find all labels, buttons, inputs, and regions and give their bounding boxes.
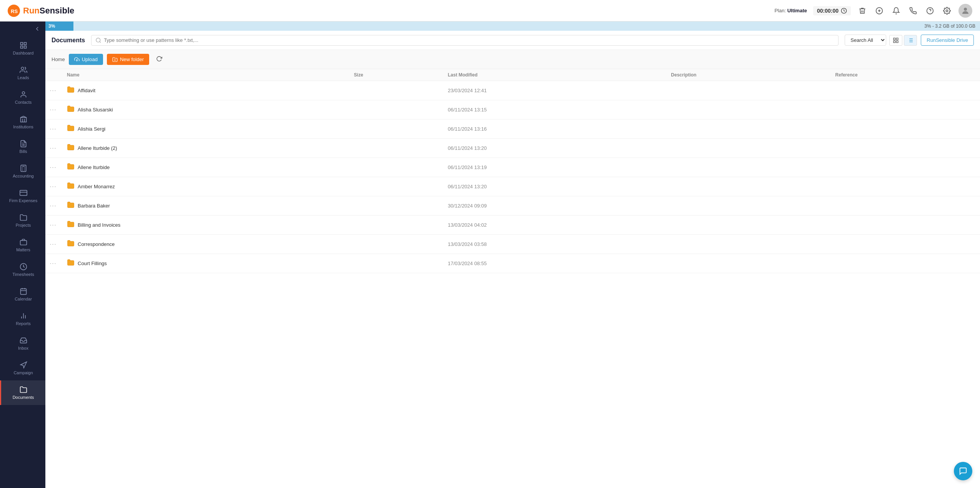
folder-name-cell[interactable]: Alisha Slusarski [61,100,348,120]
sidebar-item-inbox[interactable]: Inbox [0,331,45,356]
folder-name-cell[interactable]: Amber Monarrez [61,177,348,196]
trash-icon[interactable] [857,5,868,16]
topbar: RS RunSensible Plan: Ultimate 00:00:00 [0,0,980,22]
row-actions-menu[interactable]: ··· [45,100,61,120]
grid-view-button[interactable] [889,35,902,46]
sidebar-item-campaign[interactable]: Campaign [0,356,45,380]
refresh-button[interactable] [153,54,165,65]
table-row[interactable]: ··· Court Fillings 17/03/2024 08:55 [45,254,980,273]
sidebar-item-leads[interactable]: Leads [0,61,45,85]
sidebar-item-bills[interactable]: Bills [0,134,45,159]
row-actions-menu[interactable]: ··· [45,196,61,216]
folder-name-cell[interactable]: Affidavit [61,81,348,100]
svg-rect-10 [20,43,23,45]
sidebar-item-institutions[interactable]: Institutions [0,110,45,134]
table-row[interactable]: ··· Allene Iturbide (2) 06/11/2024 13:20 [45,139,980,158]
bar-chart-icon [20,312,27,320]
folder-name-label: Allene Iturbide (2) [78,145,117,151]
timer-display[interactable]: 00:00:00 [813,6,851,15]
folder-size [348,216,442,235]
phone-icon[interactable] [908,5,918,16]
col-modified: Last Modified [442,69,665,81]
runsensible-drive-button[interactable]: RunSensible Drive [921,35,974,46]
sidebar-item-label: Campaign [13,370,33,375]
sidebar-item-label: Bills [19,149,27,154]
folder-description [665,177,829,196]
col-description: Description [665,69,829,81]
folder-icon [67,259,75,268]
folder-name-cell[interactable]: Allene Iturbide [61,158,348,177]
folder-name-cell[interactable]: Billing and Invoices [61,216,348,235]
table-row[interactable]: ··· Amber Monarrez 06/11/2024 13:20 [45,177,980,196]
list-view-button[interactable] [904,35,917,46]
row-actions-menu[interactable]: ··· [45,216,61,235]
search-bar[interactable] [91,35,839,46]
folder-name-cell[interactable]: Barbara Baker [61,196,348,216]
folder-size [348,254,442,273]
row-actions-menu[interactable]: ··· [45,139,61,158]
help-icon[interactable] [925,5,935,16]
table-row[interactable]: ··· Alisha Slusarski 06/11/2024 13:15 [45,100,980,120]
table-row[interactable]: ··· Correspondence 13/03/2024 03:58 [45,235,980,254]
folder-name-label: Billing and Invoices [78,222,120,228]
sidebar-collapse-btn[interactable] [0,22,45,36]
table-row[interactable]: ··· Allene Iturbide 06/11/2024 13:19 [45,158,980,177]
calendar-icon [20,287,27,295]
folder-icon [67,86,75,95]
settings-icon[interactable] [942,5,952,16]
folder-description [665,158,829,177]
logo[interactable]: RS RunSensible [8,5,74,17]
sidebar-item-firm-expenses[interactable]: Firm Expenses [0,184,45,208]
folder-size [348,139,442,158]
search-filter-select[interactable]: Search All Name Description Reference [845,35,886,46]
sidebar-item-documents[interactable]: Documents [0,380,45,405]
folder-reference [829,139,980,158]
folder-description [665,81,829,100]
folder-reference [829,177,980,196]
table-row[interactable]: ··· Barbara Baker 30/12/2024 09:09 [45,196,980,216]
folder-size [348,100,442,120]
list-view-icon [907,37,913,43]
folder-icon [67,143,75,153]
folder-name-label: Barbara Baker [78,203,110,209]
layout: Dashboard Leads Contacts Institutions Bi… [0,22,980,488]
folder-name-cell[interactable]: Alishia Sergi [61,120,348,139]
row-actions-menu[interactable]: ··· [45,254,61,273]
sidebar-item-label: Dashboard [13,51,34,55]
folder-name-cell[interactable]: Allene Iturbide (2) [61,139,348,158]
sidebar-item-contacts[interactable]: Contacts [0,85,45,110]
row-actions-menu[interactable]: ··· [45,81,61,100]
sidebar-item-projects[interactable]: Projects [0,208,45,233]
row-actions-menu[interactable]: ··· [45,120,61,139]
sidebar-item-reports[interactable]: Reports [0,307,45,331]
table-row[interactable]: ··· Billing and Invoices 13/03/2024 04:0… [45,216,980,235]
search-input[interactable] [104,37,834,43]
svg-rect-46 [897,41,898,43]
avatar[interactable] [958,4,972,18]
sidebar-item-label: Projects [16,223,31,227]
plan-badge: Plan: Ultimate [774,8,807,13]
sidebar-item-accounting[interactable]: Accounting [0,159,45,184]
row-actions-menu[interactable]: ··· [45,177,61,196]
row-actions-menu[interactable]: ··· [45,235,61,254]
table-row[interactable]: ··· Affidavit 23/03/2024 12:41 [45,81,980,100]
sidebar-item-timesheets[interactable]: Timesheets [0,257,45,282]
sidebar-item-label: Matters [16,247,30,252]
row-actions-menu[interactable]: ··· [45,158,61,177]
upload-button[interactable]: Upload [69,54,103,65]
document-icon [20,386,27,393]
sidebar-item-dashboard[interactable]: Dashboard [0,36,45,61]
add-icon[interactable] [874,5,885,16]
folder-modified: 06/11/2024 13:19 [442,158,665,177]
folder-size [348,158,442,177]
new-folder-button[interactable]: New folder [107,54,149,65]
upload-icon [74,57,80,62]
chat-bubble[interactable] [954,462,972,480]
sidebar-item-matters[interactable]: Matters [0,233,45,257]
notification-icon[interactable] [891,5,902,16]
sidebar-item-calendar[interactable]: Calendar [0,282,45,307]
megaphone-icon [20,361,27,369]
table-row[interactable]: ··· Alishia Sergi 06/11/2024 13:16 [45,120,980,139]
folder-name-cell[interactable]: Court Fillings [61,254,348,273]
folder-name-cell[interactable]: Correspondence [61,235,348,254]
